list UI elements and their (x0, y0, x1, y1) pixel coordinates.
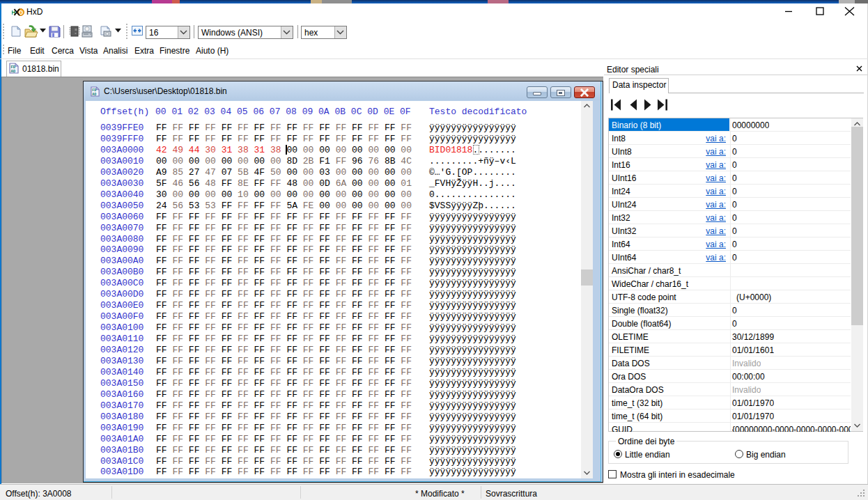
svg-text:AO: AO (10, 70, 15, 74)
svg-text:AO: AO (92, 93, 96, 97)
